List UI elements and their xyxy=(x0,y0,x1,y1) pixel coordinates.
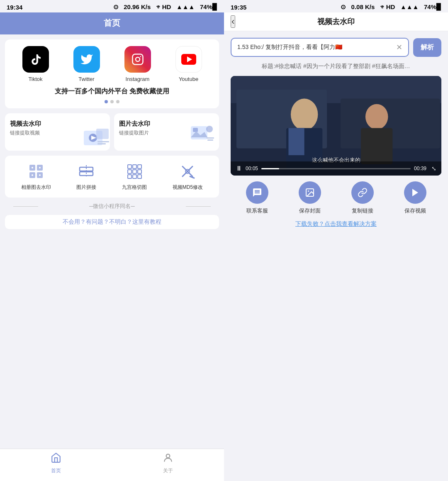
tool-album-watermark[interactable]: 相册图去水印 xyxy=(21,162,51,191)
page-title-right: 视频去水印 xyxy=(317,17,355,27)
header-right: ‹ 视频去水印 xyxy=(224,12,448,31)
dots xyxy=(10,100,214,103)
svg-rect-15 xyxy=(207,137,214,139)
status-icons-left: ⊙ 20.96 K/s ᯤHD ▲▲▲ 74%▉ xyxy=(113,3,217,11)
progress-bar[interactable] xyxy=(261,168,411,169)
twitter-icon xyxy=(73,46,100,73)
tab-about-label: 关于 xyxy=(163,467,173,474)
video-controls: ⏸ 00:05 00:39 ⤡ xyxy=(231,161,441,176)
copy-link-icon xyxy=(351,181,374,204)
url-input-row: 1.53 Eho:/ 复制打开抖音，看看【阿力🇨🇳 ✕ 解析 xyxy=(231,38,441,57)
save-cover-icon xyxy=(299,181,321,204)
feature-image-watermark[interactable]: 图片去水印 链接提取图片 xyxy=(114,113,219,151)
twitter-label: Twitter xyxy=(78,76,94,82)
image-splice-icon xyxy=(77,162,95,181)
svg-rect-16 xyxy=(207,139,213,141)
svg-rect-31 xyxy=(128,170,131,173)
page-title-left: 首页 xyxy=(0,17,224,29)
url-input-box[interactable]: 1.53 Eho:/ 复制打开抖音，看看【阿力🇨🇳 ✕ xyxy=(231,38,409,57)
left-panel: 19:34 ⊙ 20.96 K/s ᯤHD ▲▲▲ 74%▉ 首页 Tiktok xyxy=(0,0,224,481)
fullscreen-icon[interactable]: ⤡ xyxy=(431,165,436,172)
tab-home[interactable]: 首页 xyxy=(0,452,112,474)
platform-tiktok[interactable]: Tiktok xyxy=(22,46,49,82)
image-splice-label: 图片拼接 xyxy=(76,184,96,191)
back-button[interactable]: ‹ xyxy=(231,15,235,28)
platform-card: Tiktok Twitter xyxy=(5,39,219,108)
help-link[interactable]: 不会用？有问题？不明白？这里有教程 xyxy=(5,215,219,229)
pause-icon[interactable]: ⏸ xyxy=(236,165,242,172)
svg-point-52 xyxy=(308,190,309,192)
download-fail-link[interactable]: 下载失败？点击我查看解决方案 xyxy=(231,220,441,228)
parse-button[interactable]: 解析 xyxy=(413,38,441,57)
video-player: 这么喊他不会出来的 ⏸ 00:05 00:39 ⤡ xyxy=(231,76,441,176)
svg-rect-35 xyxy=(133,175,136,178)
home-icon xyxy=(51,452,61,466)
svg-rect-12 xyxy=(193,128,198,132)
dot-2 xyxy=(110,100,114,103)
album-watermark-icon xyxy=(27,162,45,181)
time-right: 19:35 xyxy=(231,4,246,11)
svg-marker-53 xyxy=(412,189,418,196)
svg-point-14 xyxy=(206,126,213,132)
current-time: 00:05 xyxy=(246,166,258,171)
right-panel: 19:35 ⊙ 0.08 K/s ᯤHD ▲▲▲ 74%▉ ‹ 视频去水印 1.… xyxy=(224,0,448,481)
content-right: 1.53 Eho:/ 复制打开抖音，看看【阿力🇨🇳 ✕ 解析 标题:#徐忠喊话 … xyxy=(224,31,448,481)
svg-rect-29 xyxy=(133,165,136,168)
svg-rect-32 xyxy=(133,170,136,173)
youtube-icon xyxy=(175,46,202,73)
header-left: 首页 xyxy=(0,12,224,34)
tiktok-label: Tiktok xyxy=(28,76,42,82)
save-cover-btn[interactable]: 保存封面 xyxy=(299,181,321,215)
svg-point-1 xyxy=(136,57,140,61)
feature-row: 视频去水印 链接提取视频 图片去水印 链接提取图片 xyxy=(5,113,219,151)
nine-grid-icon xyxy=(125,162,144,181)
svg-point-46 xyxy=(291,99,318,130)
save-video-btn[interactable]: 保存视频 xyxy=(404,181,426,215)
video-md5-icon xyxy=(178,162,197,181)
svg-rect-10 xyxy=(97,143,106,144)
platform-twitter[interactable]: Twitter xyxy=(73,46,100,82)
image-illustration xyxy=(189,123,216,147)
video-md5-label: 视频MD5修改 xyxy=(173,184,203,191)
about-icon xyxy=(163,452,173,466)
feature-video-watermark[interactable]: 视频去水印 链接提取视频 xyxy=(5,113,110,151)
svg-rect-9 xyxy=(97,141,109,142)
tab-about[interactable]: 关于 xyxy=(112,452,224,474)
video-illustration xyxy=(82,127,107,147)
status-icons-right: ⊙ 0.08 K/s ᯤHD ▲▲▲ 74%▉ xyxy=(341,3,441,11)
dot-3 xyxy=(116,100,119,103)
svg-rect-0 xyxy=(132,54,143,65)
save-video-icon xyxy=(404,181,426,204)
svg-rect-8 xyxy=(96,129,109,139)
status-bar-left: 19:34 ⊙ 20.96 K/s ᯤHD ▲▲▲ 74%▉ xyxy=(0,0,224,12)
tool-video-md5[interactable]: 视频MD5修改 xyxy=(173,162,203,191)
video-scene: 这么喊他不会出来的 xyxy=(231,76,441,176)
copy-link-label: 复制链接 xyxy=(352,207,373,215)
tools-row: 相册图去水印 图片拼接 xyxy=(5,156,219,198)
total-time: 00:39 xyxy=(414,166,426,171)
url-clear-icon[interactable]: ✕ xyxy=(396,43,402,52)
instagram-label: Instagram xyxy=(126,76,150,82)
status-bar-right: 19:35 ⊙ 0.08 K/s ᯤHD ▲▲▲ 74%▉ xyxy=(224,0,448,12)
copy-link-btn[interactable]: 复制链接 xyxy=(351,181,374,215)
svg-rect-28 xyxy=(128,165,131,168)
svg-point-49 xyxy=(365,104,388,129)
tool-image-splice[interactable]: 图片拼接 xyxy=(76,162,96,191)
platform-instagram[interactable]: Instagram xyxy=(124,46,151,82)
tool-nine-grid[interactable]: 九宫格切图 xyxy=(122,162,147,191)
platform-youtube[interactable]: Youtube xyxy=(175,46,202,82)
tiktok-icon xyxy=(22,46,49,73)
url-text: 1.53 Eho:/ 复制打开抖音，看看【阿力🇨🇳 xyxy=(237,44,396,51)
save-cover-label: 保存封面 xyxy=(299,207,321,215)
contact-service-btn[interactable]: 联系客服 xyxy=(246,181,268,215)
divider-text: ─微信小程序同名─ xyxy=(5,203,219,210)
svg-point-41 xyxy=(166,454,170,458)
album-watermark-label: 相册图去水印 xyxy=(21,184,51,191)
svg-point-2 xyxy=(140,56,141,57)
platform-icons: Tiktok Twitter xyxy=(10,46,214,82)
video-title: 标题:#徐忠喊话 #因为一个片段看了整部剧 #狂飙名场面… xyxy=(231,63,441,70)
action-buttons: 联系客服 保存封面 复 xyxy=(231,181,441,215)
contact-service-label: 联系客服 xyxy=(246,207,268,215)
dot-1 xyxy=(105,100,108,103)
tab-home-label: 首页 xyxy=(51,467,61,474)
